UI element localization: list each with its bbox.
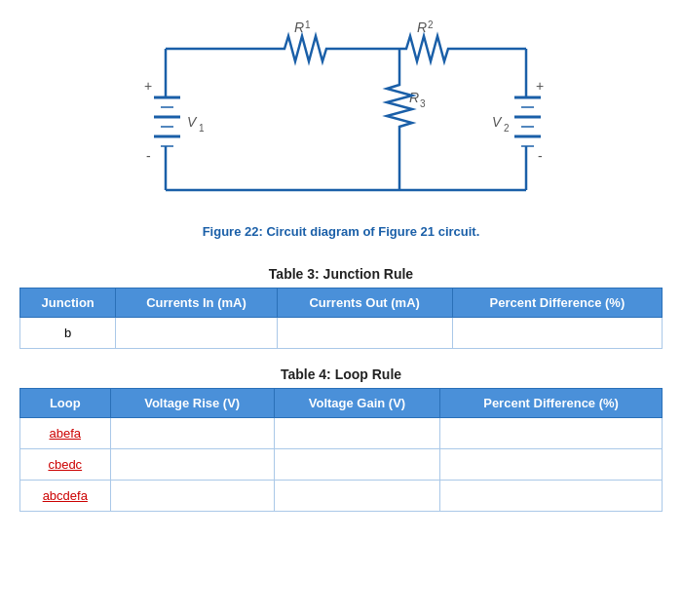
figure-text: Circuit diagram of Figure 21 circuit. <box>266 224 479 239</box>
table3-title: Table 3: Junction Rule <box>19 266 663 282</box>
table3-header-currents-in: Currents In (mA) <box>116 289 277 318</box>
svg-text:1: 1 <box>199 123 205 134</box>
table3: Junction Currents In (mA) Currents Out (… <box>19 288 663 349</box>
svg-text:+: + <box>536 78 544 94</box>
table3-header-percent-diff: Percent Difference (%) <box>452 289 662 318</box>
loop-cbedc: cbedc <box>20 449 111 481</box>
percent-diff-cbedc <box>440 449 663 481</box>
svg-text:2: 2 <box>428 19 434 30</box>
svg-text:-: - <box>538 148 543 164</box>
table4-header-voltage-rise: Voltage Rise (V) <box>110 389 274 418</box>
svg-text:-: - <box>146 148 151 164</box>
svg-text:R: R <box>417 19 427 35</box>
voltage-gain-cbedc <box>274 449 439 481</box>
svg-text:2: 2 <box>504 123 510 134</box>
percent-diff-abefa <box>440 418 663 449</box>
table-row: b <box>20 318 663 349</box>
table4-title: Table 4: Loop Rule <box>19 366 663 382</box>
currents-in-b <box>116 318 277 349</box>
svg-text:R: R <box>409 90 419 105</box>
table3-header-currents-out: Currents Out (mA) <box>277 289 452 318</box>
percent-diff-b <box>452 318 662 349</box>
svg-text:V: V <box>187 114 198 130</box>
svg-text:3: 3 <box>420 98 426 109</box>
voltage-gain-abefa <box>274 418 439 449</box>
table4-header-loop: Loop <box>20 389 111 418</box>
voltage-gain-abcdefa <box>274 481 439 512</box>
voltage-rise-abefa <box>110 418 274 449</box>
table4-section: Table 4: Loop Rule Loop Voltage Rise (V)… <box>19 366 663 512</box>
table4: Loop Voltage Rise (V) Voltage Gain (V) P… <box>19 388 663 512</box>
circuit-diagram: R 1 R 2 + <box>107 10 575 224</box>
table4-header-voltage-gain: Voltage Gain (V) <box>274 389 439 418</box>
loop-abcdefa: abcdefa <box>20 481 111 512</box>
loop-abefa: abefa <box>20 418 111 449</box>
svg-text:V: V <box>492 114 503 130</box>
svg-text:+: + <box>144 78 152 94</box>
table-row: cbedc <box>20 449 663 481</box>
svg-text:1: 1 <box>305 19 311 30</box>
table3-header-junction: Junction <box>20 289 116 318</box>
table4-header-percent-diff: Percent Difference (%) <box>440 389 663 418</box>
circuit-container: R 1 R 2 + <box>19 10 663 256</box>
svg-text:R: R <box>294 19 304 35</box>
currents-out-b <box>277 318 452 349</box>
table-row: abefa <box>20 418 663 449</box>
junction-b: b <box>20 318 116 349</box>
figure-caption: Figure 22: Circuit diagram of Figure 21 … <box>203 224 480 239</box>
figure-label: Figure 22: <box>203 224 263 239</box>
voltage-rise-abcdefa <box>110 481 274 512</box>
table-row: abcdefa <box>20 481 663 512</box>
voltage-rise-cbedc <box>110 449 274 481</box>
table3-section: Table 3: Junction Rule Junction Currents… <box>19 266 663 349</box>
percent-diff-abcdefa <box>440 481 663 512</box>
page: R 1 R 2 + <box>0 0 682 549</box>
